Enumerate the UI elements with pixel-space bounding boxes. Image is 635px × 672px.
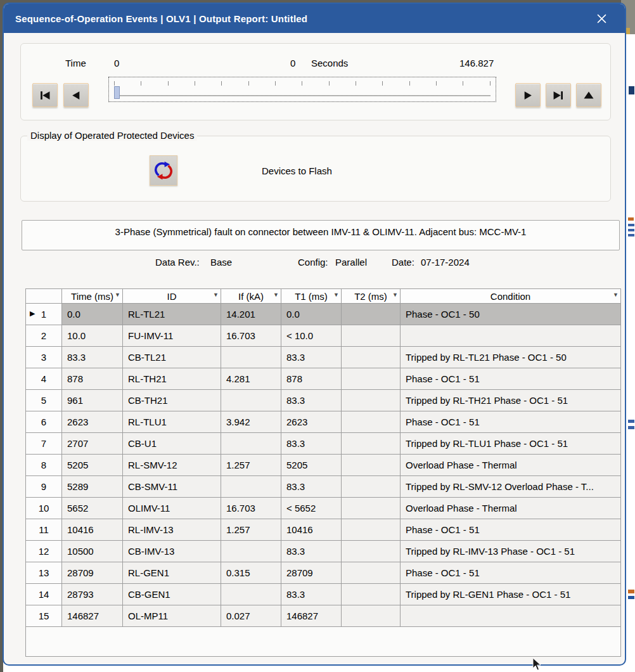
table-cell-t1[interactable]: 10416 bbox=[281, 519, 342, 541]
filter-arrow-icon[interactable]: ▼ bbox=[613, 292, 619, 298]
table-cell-if_ka[interactable] bbox=[221, 584, 281, 605]
table-cell-if_ka[interactable]: 4.281 bbox=[221, 368, 281, 390]
table-cell-t2[interactable] bbox=[342, 584, 401, 605]
column-header-rownum[interactable] bbox=[26, 289, 62, 304]
table-row[interactable]: 85205RL-SMV-121.2575205Overload Phase - … bbox=[26, 455, 620, 476]
table-cell-if_ka[interactable]: 16.703 bbox=[221, 498, 281, 519]
table-cell-num[interactable]: 10 bbox=[26, 498, 62, 519]
table-cell-if_ka[interactable]: 14.201 bbox=[221, 304, 281, 325]
table-cell-if_ka[interactable]: 16.703 bbox=[221, 325, 281, 347]
table-cell-id[interactable]: CB-SMV-11 bbox=[123, 476, 221, 498]
title-bar[interactable]: Sequence-of-Operation Events | OLV1 | Ou… bbox=[4, 4, 625, 33]
table-cell-t1[interactable]: 83.3 bbox=[281, 541, 342, 562]
table-row[interactable]: ▶10.0RL-TL2114.2010.0Phase - OC1 - 50 bbox=[26, 304, 620, 325]
table-cell-condition[interactable]: Phase - OC1 - 50 bbox=[401, 304, 620, 325]
step-back-button[interactable] bbox=[63, 83, 89, 107]
table-row[interactable]: 210.0FU-IMV-1116.703< 10.0 bbox=[26, 325, 620, 347]
table-cell-time[interactable]: 5289 bbox=[62, 476, 123, 498]
table-cell-condition[interactable] bbox=[401, 605, 620, 627]
skip-to-end-button[interactable] bbox=[546, 83, 571, 107]
table-cell-id[interactable]: CB-IMV-13 bbox=[123, 541, 221, 562]
table-cell-time[interactable]: 0.0 bbox=[62, 304, 123, 325]
table-cell-time[interactable]: 10.0 bbox=[62, 325, 123, 347]
table-cell-num[interactable]: 6 bbox=[26, 411, 62, 433]
table-cell-t1[interactable]: < 5652 bbox=[281, 498, 342, 519]
table-cell-t1[interactable]: 878 bbox=[281, 368, 342, 390]
table-cell-t2[interactable] bbox=[342, 433, 401, 455]
table-cell-t2[interactable] bbox=[342, 368, 401, 390]
table-cell-time[interactable]: 146827 bbox=[62, 605, 123, 627]
table-cell-id[interactable]: RL-GEN1 bbox=[123, 562, 221, 584]
table-cell-t1[interactable]: 0.0 bbox=[281, 304, 342, 325]
devices-to-flash-button[interactable] bbox=[150, 155, 177, 186]
table-cell-time[interactable]: 5205 bbox=[62, 455, 123, 476]
table-cell-time[interactable]: 961 bbox=[62, 390, 123, 411]
table-cell-if_ka[interactable]: 3.942 bbox=[221, 411, 281, 433]
column-header-t2[interactable]: T2 (ms)▼ bbox=[342, 289, 401, 304]
table-row[interactable]: 62623RL-TLU13.9422623Phase - OC1 - 51 bbox=[26, 411, 620, 433]
table-cell-t2[interactable] bbox=[342, 476, 401, 498]
close-button[interactable] bbox=[594, 11, 608, 25]
table-cell-condition[interactable]: Tripped by RL-TH21 Phase - OC1 - 51 bbox=[401, 390, 620, 411]
table-cell-condition[interactable]: Tripped by RL-SMV-12 Overload Phase - T.… bbox=[401, 476, 620, 498]
table-cell-t2[interactable] bbox=[342, 541, 401, 562]
table-cell-num[interactable]: 9 bbox=[26, 476, 62, 498]
table-row[interactable]: 4878RL-TH214.281878Phase - OC1 - 51 bbox=[26, 368, 620, 390]
table-cell-time[interactable]: 10416 bbox=[62, 519, 123, 541]
slider-thumb[interactable] bbox=[114, 86, 120, 99]
column-header-condition[interactable]: Condition▼ bbox=[401, 289, 620, 304]
table-cell-id[interactable]: CB-GEN1 bbox=[123, 584, 221, 605]
table-row[interactable]: 15146827OL-MP110.027146827 bbox=[26, 605, 620, 627]
table-row[interactable]: 5961CB-TH2183.3Tripped by RL-TH21 Phase … bbox=[26, 390, 620, 411]
table-cell-t2[interactable] bbox=[342, 347, 401, 368]
table-cell-if_ka[interactable]: 0.027 bbox=[221, 605, 281, 627]
table-cell-t1[interactable]: 83.3 bbox=[281, 584, 342, 605]
table-cell-t1[interactable]: 83.3 bbox=[281, 390, 342, 411]
filter-arrow-icon[interactable]: ▼ bbox=[392, 292, 398, 298]
filter-arrow-icon[interactable]: ▼ bbox=[213, 292, 219, 298]
table-cell-id[interactable]: RL-SMV-12 bbox=[123, 455, 221, 476]
table-cell-t2[interactable] bbox=[342, 519, 401, 541]
time-slider[interactable] bbox=[108, 77, 496, 102]
table-cell-num[interactable]: 2 bbox=[26, 325, 62, 347]
table-cell-num[interactable]: 13 bbox=[26, 562, 62, 584]
table-row[interactable]: 1328709RL-GEN10.31528709Phase - OC1 - 51 bbox=[26, 562, 620, 584]
table-cell-condition[interactable] bbox=[401, 325, 620, 347]
skip-to-start-button[interactable] bbox=[32, 83, 58, 107]
table-cell-id[interactable]: OLIMV-11 bbox=[123, 498, 221, 519]
table-cell-id[interactable]: CB-U1 bbox=[123, 433, 221, 455]
table-cell-t1[interactable]: 2623 bbox=[281, 411, 342, 433]
step-forward-button[interactable] bbox=[515, 83, 541, 107]
table-cell-t2[interactable] bbox=[342, 605, 401, 627]
table-cell-condition[interactable]: Overload Phase - Thermal bbox=[401, 498, 620, 519]
table-cell-if_ka[interactable] bbox=[221, 541, 281, 562]
table-cell-time[interactable]: 2623 bbox=[62, 411, 123, 433]
table-cell-t2[interactable] bbox=[342, 390, 401, 411]
filter-arrow-icon[interactable]: ▼ bbox=[333, 292, 339, 298]
table-cell-t1[interactable]: 83.3 bbox=[281, 347, 342, 368]
column-header-t1[interactable]: T1 (ms)▼ bbox=[281, 289, 342, 304]
table-cell-condition[interactable]: Tripped by RL-GEN1 Phase - OC1 - 51 bbox=[401, 584, 620, 605]
table-cell-num[interactable]: 5 bbox=[26, 390, 62, 411]
table-cell-time[interactable]: 878 bbox=[62, 368, 123, 390]
table-row[interactable]: 72707CB-U183.3Tripped by RL-TLU1 Phase -… bbox=[26, 433, 620, 455]
table-cell-t1[interactable]: 83.3 bbox=[281, 476, 342, 498]
table-cell-t2[interactable] bbox=[342, 325, 401, 347]
table-cell-num[interactable]: 15 bbox=[26, 605, 62, 627]
table-cell-t2[interactable] bbox=[342, 562, 401, 584]
filter-arrow-icon[interactable]: ▼ bbox=[273, 292, 279, 298]
table-cell-condition[interactable]: Phase - OC1 - 51 bbox=[401, 519, 620, 541]
table-cell-id[interactable]: OL-MP11 bbox=[123, 605, 221, 627]
table-cell-if_ka[interactable]: 1.257 bbox=[221, 519, 281, 541]
table-row[interactable]: 1110416RL-IMV-131.25710416Phase - OC1 - … bbox=[26, 519, 620, 541]
table-cell-id[interactable]: RL-TH21 bbox=[123, 368, 221, 390]
table-cell-id[interactable]: RL-TLU1 bbox=[123, 411, 221, 433]
table-cell-time[interactable]: 2707 bbox=[62, 433, 123, 455]
table-cell-time[interactable]: 5652 bbox=[62, 498, 123, 519]
table-cell-t1[interactable]: 28709 bbox=[281, 562, 342, 584]
table-row[interactable]: 95289CB-SMV-1183.3Tripped by RL-SMV-12 O… bbox=[26, 476, 620, 498]
table-cell-t2[interactable] bbox=[342, 455, 401, 476]
table-cell-condition[interactable]: Phase - OC1 - 51 bbox=[401, 368, 620, 390]
table-cell-time[interactable]: 83.3 bbox=[62, 347, 123, 368]
table-cell-num[interactable]: 12 bbox=[26, 541, 62, 562]
